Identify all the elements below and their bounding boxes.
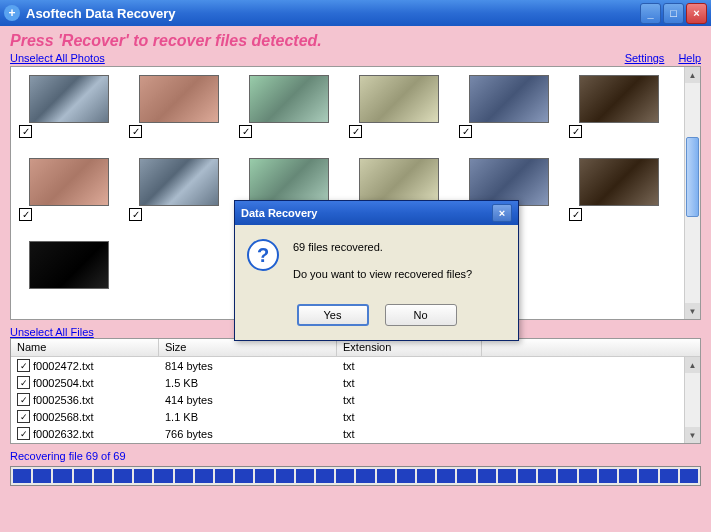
dialog-message-line2: Do you want to view recovered files?: [293, 266, 472, 283]
no-button[interactable]: No: [385, 304, 457, 326]
dialog-title-text: Data Recovery: [241, 207, 317, 219]
yes-button[interactable]: Yes: [297, 304, 369, 326]
recovery-dialog: Data Recovery × ? 69 files recovered. Do…: [234, 200, 519, 341]
dialog-message-line1: 69 files recovered.: [293, 239, 472, 256]
dialog-overlay: Data Recovery × ? 69 files recovered. Do…: [0, 0, 711, 532]
dialog-close-button[interactable]: ×: [492, 204, 512, 222]
question-icon: ?: [247, 239, 279, 271]
dialog-titlebar: Data Recovery ×: [235, 201, 518, 225]
